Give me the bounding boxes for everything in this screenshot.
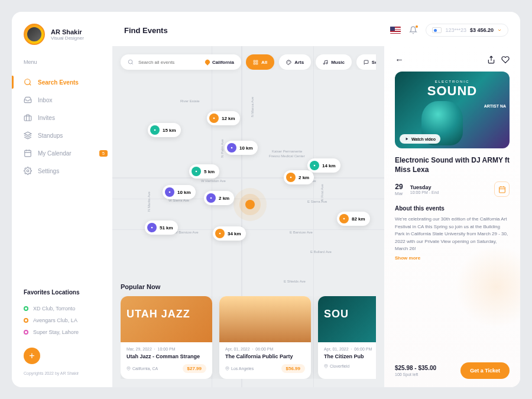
flag-icon[interactable] <box>390 27 401 34</box>
svg-point-25 <box>227 368 228 369</box>
map-pin[interactable]: 51 km <box>145 220 178 235</box>
favorite-location[interactable]: Super Stay, Lahore <box>24 326 112 338</box>
event-card[interactable]: SOU Apr, 01, 2022 · 06:00 PM The Citizen… <box>318 296 376 379</box>
show-more-link[interactable]: Show more <box>395 255 510 261</box>
menu-item-inbox[interactable]: Inbox <box>24 91 112 109</box>
user-profile[interactable]: AR Shakir Visual Designer <box>24 24 112 45</box>
event-location: California, CA <box>126 366 158 371</box>
profile-name: AR Shakir <box>51 28 84 35</box>
map-street-label: N Marks Ave <box>147 192 151 212</box>
menu-item-my-calendar[interactable]: My Calendar5 <box>24 144 112 162</box>
svg-rect-2 <box>25 150 31 157</box>
settings-icon <box>24 167 32 175</box>
map-pin[interactable]: 5 km <box>189 164 219 179</box>
map-street-label: N Palm Ave <box>220 139 224 157</box>
map-pin[interactable]: 10 km <box>163 185 196 199</box>
dot-icon <box>24 318 28 323</box>
pin-badge-icon <box>227 143 236 153</box>
event-location: Cloverfield <box>324 364 349 368</box>
search-icon <box>24 78 32 86</box>
svg-rect-8 <box>254 63 255 64</box>
event-title: Electronic Sound with DJ ARMY ft Miss Le… <box>395 155 510 174</box>
event-card-title: The California Public Party <box>225 353 305 359</box>
heart-icon[interactable] <box>501 56 510 64</box>
svg-point-20 <box>210 197 212 199</box>
pin-badge-icon <box>147 223 157 232</box>
layers-icon <box>24 131 32 140</box>
map-pin[interactable]: 34 km <box>213 226 246 241</box>
map-pin[interactable]: 2 km <box>204 191 234 205</box>
balance-masked: 123***23 <box>445 27 466 33</box>
map-street-label: Fresno Medical Center <box>269 154 305 158</box>
event-card-image <box>219 296 311 342</box>
pin-badge-icon <box>165 187 174 197</box>
card-icon <box>432 27 442 33</box>
back-button[interactable]: ← <box>395 54 404 64</box>
event-datetime: Apr, 01, 2022 · 06:00 PM <box>324 347 376 351</box>
pin-badge-icon <box>192 167 201 176</box>
svg-rect-27 <box>499 187 505 193</box>
map-pin[interactable]: 14 km <box>307 158 340 173</box>
map-pin[interactable]: 12 km <box>207 111 240 125</box>
filter-music[interactable]: Music <box>316 54 352 70</box>
price-range: $25.98 - $35.00 <box>395 365 436 371</box>
menu-item-settings[interactable]: Settings <box>24 162 112 180</box>
add-favorite-button[interactable]: + <box>24 348 40 364</box>
search-field[interactable] <box>138 60 200 65</box>
map-street-label: E Sierra Ave <box>307 200 327 203</box>
notifications-button[interactable] <box>409 26 417 34</box>
page-title: Find Events <box>124 26 168 35</box>
map-street-label: E Bullard Ave <box>310 250 332 254</box>
map-street-label: N First Ave <box>320 184 324 201</box>
menu-item-search-events[interactable]: Search Events <box>24 73 112 91</box>
menu-item-invites[interactable]: Invites <box>24 109 112 126</box>
get-ticket-button[interactable]: Get a Ticket <box>460 362 510 379</box>
svg-point-15 <box>231 147 233 149</box>
svg-rect-5 <box>254 60 255 62</box>
map-pin[interactable]: 10 km <box>225 141 258 155</box>
filter-arts[interactable]: Arts <box>279 54 311 70</box>
favorite-location[interactable]: XD Club, Torronto <box>24 303 112 314</box>
svg-point-26 <box>326 365 327 366</box>
event-card-title: Utah Jazz - Comman Strange <box>126 353 206 359</box>
filter-all[interactable]: All <box>246 54 274 70</box>
balance-chip[interactable]: 123***23 $3 456.20 <box>426 24 508 37</box>
event-poster: ELECTRONIC SOUND ARTIST NA Watch video <box>395 72 510 148</box>
svg-point-4 <box>128 60 132 64</box>
dot-icon <box>24 330 28 335</box>
filter-sem[interactable]: Sem <box>356 54 376 70</box>
svg-point-0 <box>25 79 30 85</box>
search-events-input[interactable]: California <box>121 54 241 70</box>
map-street-label: E Barstow Ave <box>290 231 313 234</box>
svg-rect-7 <box>256 63 258 64</box>
map-pin[interactable]: 2 km <box>284 170 314 184</box>
play-icon <box>404 137 409 141</box>
badge: 5 <box>99 150 108 157</box>
copyright: Copyrights 2022 by AR Shakir <box>24 371 112 375</box>
pin-badge-icon <box>286 173 296 182</box>
event-card[interactable]: Apr, 01, 2022 · 06:00 PM The California … <box>219 296 311 379</box>
svg-point-13 <box>154 129 156 131</box>
svg-point-24 <box>128 368 129 369</box>
about-title: About this events <box>395 205 510 212</box>
pin-icon <box>204 59 210 65</box>
briefcase-icon <box>24 113 32 122</box>
pin-badge-icon <box>150 125 160 135</box>
svg-point-23 <box>343 218 345 220</box>
event-card[interactable]: UTAH JAZZ Mar, 29, 2022 · 10:00 PM Utah … <box>121 296 212 379</box>
add-to-calendar-button[interactable] <box>494 181 510 197</box>
location-chip[interactable]: California <box>205 60 234 65</box>
pin-badge-icon <box>209 113 219 123</box>
grid-icon <box>253 60 258 65</box>
menu-item-standups[interactable]: Standups <box>24 126 112 144</box>
favorite-location[interactable]: Avengars Club, LA <box>24 314 112 326</box>
event-datetime: Mar, 29, 2022 · 10:00 PM <box>126 347 206 351</box>
watch-video-button[interactable]: Watch video <box>400 134 440 144</box>
svg-point-21 <box>151 227 153 229</box>
svg-point-19 <box>169 192 171 193</box>
share-icon[interactable] <box>487 56 495 64</box>
map-pin[interactable]: 82 km <box>337 212 370 226</box>
map-pin[interactable]: 15 km <box>148 123 181 137</box>
map[interactable]: River EstateN Maroa AveW Herndon AveHern… <box>112 46 384 387</box>
calendar-icon <box>498 186 506 193</box>
